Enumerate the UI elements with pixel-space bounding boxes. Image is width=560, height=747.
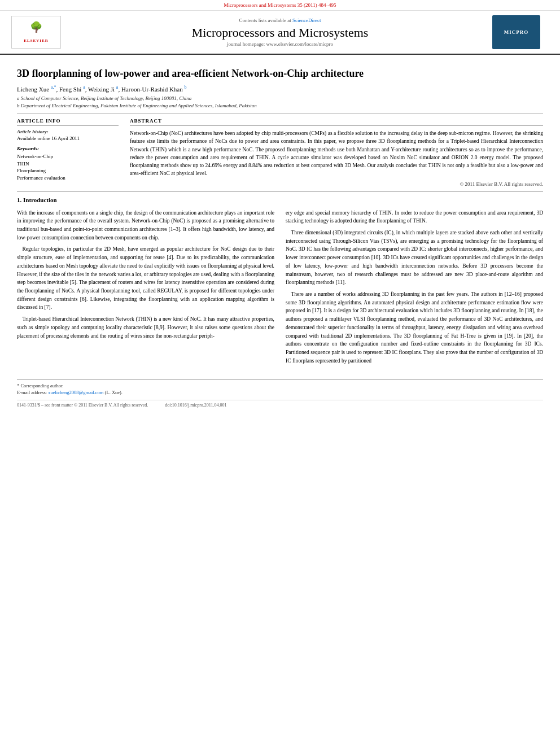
journal-main-title: Microprocessors and Microsystems xyxy=(68,25,492,40)
para-2-2: Three dimensional (3D) integrated circui… xyxy=(286,229,543,287)
contents-label: Contents lists available at xyxy=(239,18,291,23)
top-bar: Microprocessors and Microsystems 35 (201… xyxy=(0,0,560,11)
history-label: Article history: xyxy=(17,129,119,134)
corresponding-label: * Corresponding author. xyxy=(17,383,63,388)
divider-2 xyxy=(17,191,543,192)
copyright-line: © 2011 Elsevier B.V. All rights reserved… xyxy=(130,181,543,187)
homepage-label: journal homepage: www.elsevier.com/locat… xyxy=(227,41,333,47)
email-link[interactable]: xuelicheng2008@gmail.com xyxy=(48,390,103,395)
keywords-list: Network-on-Chip THIN Floorplanning Perfo… xyxy=(17,153,119,181)
authors-line: Licheng Xue a,*, Feng Shi a, Weixing Ji … xyxy=(17,85,543,93)
bottom-strip: 0141-9331/$ – see front matter © 2011 El… xyxy=(17,400,543,408)
email-line: E-mail address: xuelicheng2008@gmail.com… xyxy=(17,390,543,395)
journal-title-area: Contents lists available at ScienceDirec… xyxy=(68,18,492,47)
email-label: E-mail address: xyxy=(17,390,47,395)
sciencedirect-link[interactable]: ScienceDirect xyxy=(292,18,321,23)
copyright-bottom: 0141-9331/$ – see front matter © 2011 El… xyxy=(17,403,148,408)
affiliation-a: a School of Computer Science, Beijing In… xyxy=(17,95,543,101)
info-abstract-section: ARTICLE INFO Article history: Available … xyxy=(17,118,543,187)
micpro-logo-area: MICPRO xyxy=(492,15,549,49)
body-col-left: With the increase of components on a sin… xyxy=(17,209,274,369)
doi: doi:10.1016/j.micpro.2011.04.001 xyxy=(165,403,226,408)
journal-citation: Microprocessors and Microsystems 35 (201… xyxy=(224,2,336,8)
section1-title: 1. Introduction xyxy=(17,196,543,203)
corresponding-author: * Corresponding author. xyxy=(17,383,543,388)
journal-header: 🌳 ELSEVIER Contents lists available at S… xyxy=(0,11,560,55)
body-columns: With the increase of components on a sin… xyxy=(17,209,543,369)
main-content: 3D floorplanning of low-power and area-e… xyxy=(0,55,560,374)
keyword-2: Floorplanning xyxy=(17,167,119,174)
journal-homepage: journal homepage: www.elsevier.com/locat… xyxy=(68,41,492,47)
keyword-3: Performance evaluation xyxy=(17,174,119,182)
elsevier-logo: 🌳 ELSEVIER xyxy=(11,16,61,49)
keyword-1: THIN xyxy=(17,160,119,168)
elsevier-name: ELSEVIER xyxy=(24,38,48,43)
elsevier-tree-icon: 🌳 xyxy=(30,22,42,32)
contents-line: Contents lists available at ScienceDirec… xyxy=(68,18,492,23)
para-1-1: With the increase of components on a sin… xyxy=(17,209,274,242)
micpro-logo: MICPRO xyxy=(492,15,540,49)
para-2-3: There are a number of works addressing 3… xyxy=(286,290,543,365)
article-info-title: ARTICLE INFO xyxy=(17,118,119,126)
authors-text: Licheng Xue a,*, Feng Shi a, Weixing Ji … xyxy=(17,86,186,93)
affiliation-b: b Department of Electrical Engineering, … xyxy=(17,103,543,108)
para-1-2: Regular topologies, in particular the 2D… xyxy=(17,245,274,312)
abstract-panel: ABSTRACT Network-on-Chip (NoC) architect… xyxy=(130,118,543,187)
keyword-0: Network-on-Chip xyxy=(17,153,119,160)
body-text-left: With the increase of components on a sin… xyxy=(17,209,274,340)
elsevier-logo-area: 🌳 ELSEVIER xyxy=(11,16,68,49)
article-info-panel: ARTICLE INFO Article history: Available … xyxy=(17,118,119,187)
para-2-1: ery edge and special memory hierarchy of… xyxy=(286,209,543,225)
article-title: 3D floorplanning of low-power and area-e… xyxy=(17,67,543,80)
divider-1 xyxy=(17,113,543,113)
available-online: Available online 16 April 2011 xyxy=(17,136,119,141)
para-1-3: Triplet-based Hierarchical Interconnecti… xyxy=(17,315,274,340)
email-name: (L. Xue). xyxy=(105,390,123,395)
footer: * Corresponding author. E-mail address: … xyxy=(17,379,543,395)
abstract-title: ABSTRACT xyxy=(130,118,543,126)
keywords-title: Keywords: xyxy=(17,146,119,151)
body-text-right: ery edge and special memory hierarchy of… xyxy=(286,209,543,365)
abstract-text: Network-on-Chip (NoC) architectures have… xyxy=(130,129,543,178)
body-col-right: ery edge and special memory hierarchy of… xyxy=(286,209,543,369)
